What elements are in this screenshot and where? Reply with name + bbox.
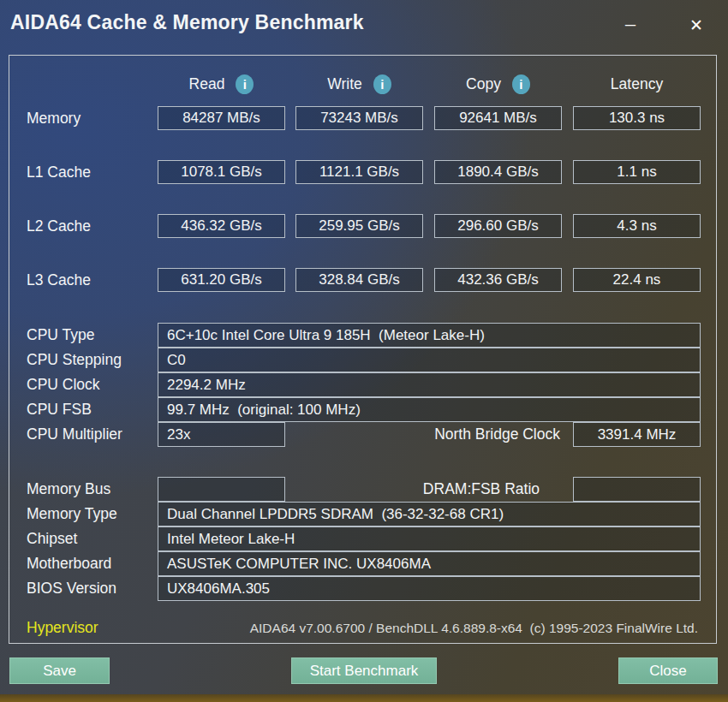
bios-version-value: UX8406MA.305	[158, 576, 701, 601]
north-bridge-clock-label: North Bridge Clock	[434, 422, 560, 447]
save-button[interactable]: Save	[9, 657, 110, 684]
cpu-clock-label: CPU Clock	[27, 372, 100, 397]
value-text: 1078.1 GB/s	[181, 164, 262, 181]
copy-header-label: Copy	[466, 75, 501, 93]
value-text: 2294.2 MHz	[167, 377, 246, 394]
cpu-fsb-label: CPU FSB	[27, 397, 92, 422]
memory-write-value: 73243 MB/s	[295, 106, 423, 130]
value-text: 22.4 ns	[613, 271, 661, 289]
minimize-button[interactable]: ─	[617, 12, 644, 38]
column-header-copy: Copy i	[434, 72, 562, 96]
memory-bus-label: Memory Bus	[27, 477, 110, 502]
value-text: 296.60 GB/s	[457, 217, 539, 235]
read-header-label: Read	[189, 75, 225, 93]
info-icon[interactable]: i	[373, 74, 391, 94]
cpu-type-value: 6C+10c Intel Core Ultra 9 185H (Meteor L…	[158, 323, 701, 348]
value-text: Intel Meteor Lake-H	[167, 531, 295, 548]
window-title: AIDA64 Cache & Memory Benchmark	[10, 11, 364, 34]
column-header-latency: Latency	[573, 72, 701, 96]
value-text: 130.3 ns	[609, 110, 665, 127]
value-text: 84287 MB/s	[182, 110, 260, 127]
memory-bus-value	[158, 477, 285, 502]
latency-header-label: Latency	[611, 75, 663, 93]
value-text: 6C+10c Intel Core Ultra 9 185H (Meteor L…	[167, 327, 485, 344]
dram-fsb-ratio-value	[573, 477, 701, 502]
l2-latency-value: 4.3 ns	[573, 214, 701, 238]
column-header-write: Write i	[295, 72, 423, 96]
value-text: ASUSTeK COMPUTER INC. UX8406MA	[167, 556, 431, 573]
value-text: 23x	[167, 426, 190, 443]
value-text: C0	[167, 352, 186, 369]
value-text: 259.95 GB/s	[319, 217, 400, 235]
l3-read-value: 631.20 GB/s	[158, 268, 285, 292]
minimize-icon: ─	[625, 18, 636, 33]
close-button[interactable]: Close	[618, 657, 718, 684]
value-text: 436.32 GB/s	[181, 217, 262, 235]
titlebar: AIDA64 Cache & Memory Benchmark ─ ✕	[0, 0, 728, 50]
memory-type-value: Dual Channel LPDDR5 SDRAM (36-32-32-68 C…	[158, 502, 701, 526]
cpu-multiplier-label: CPU Multiplier	[27, 422, 122, 447]
l2-read-value: 436.32 GB/s	[158, 214, 285, 238]
row-label-l1-cache: L1 Cache	[27, 160, 91, 185]
column-header-read: Read i	[158, 72, 285, 96]
titlebar-close-button[interactable]: ✕	[683, 12, 710, 38]
l1-copy-value: 1890.4 GB/s	[434, 160, 562, 184]
row-label-l3-cache: L3 Cache	[27, 268, 91, 293]
value-text: 1121.1 GB/s	[319, 164, 399, 181]
row-label-l2-cache: L2 Cache	[27, 214, 91, 239]
memory-latency-value: 130.3 ns	[573, 106, 701, 130]
value-text: 73243 MB/s	[320, 110, 398, 127]
start-benchmark-button[interactable]: Start Benchmark	[291, 657, 437, 684]
l2-write-value: 259.95 GB/s	[295, 214, 423, 238]
memory-type-label: Memory Type	[27, 502, 117, 526]
l3-copy-value: 432.36 GB/s	[434, 268, 562, 292]
motherboard-value: ASUSTeK COMPUTER INC. UX8406MA	[158, 551, 701, 576]
cpu-type-label: CPU Type	[27, 323, 94, 348]
l1-read-value: 1078.1 GB/s	[158, 160, 285, 184]
cpu-multiplier-value: 23x	[158, 422, 285, 447]
value-text: 328.84 GB/s	[319, 271, 400, 289]
l2-copy-value: 296.60 GB/s	[434, 214, 562, 238]
info-icon[interactable]: i	[512, 74, 530, 94]
motherboard-label: Motherboard	[27, 551, 111, 576]
chipset-value: Intel Meteor Lake-H	[158, 526, 701, 551]
version-text: AIDA64 v7.00.6700 / BenchDLL 4.6.889.8-x…	[250, 617, 698, 640]
l1-write-value: 1121.1 GB/s	[295, 160, 423, 184]
value-text: 3391.4 MHz	[598, 426, 677, 443]
bottom-accent-bar	[0, 694, 728, 702]
info-icon[interactable]: i	[236, 74, 254, 94]
dram-fsb-ratio-label: DRAM:FSB Ratio	[423, 477, 540, 502]
cpu-fsb-value: 99.7 MHz (original: 100 MHz)	[158, 397, 701, 422]
value-text: 92641 MB/s	[459, 110, 537, 127]
value-text: 4.3 ns	[617, 217, 656, 235]
memory-copy-value: 92641 MB/s	[434, 106, 562, 130]
aida64-benchmark-window: AIDA64 Cache & Memory Benchmark ─ ✕ Read…	[0, 0, 728, 702]
value-text: UX8406MA.305	[167, 580, 270, 598]
hypervisor-label: Hypervisor	[27, 616, 98, 639]
value-text: 1890.4 GB/s	[457, 164, 539, 181]
value-text: 1.1 ns	[617, 164, 656, 181]
row-label-memory: Memory	[27, 106, 81, 131]
l3-latency-value: 22.4 ns	[573, 268, 701, 292]
benchmark-panel: Read i Write i Copy i Latency Memory 842…	[9, 55, 717, 644]
memory-read-value: 84287 MB/s	[158, 106, 285, 130]
value-text: 99.7 MHz (original: 100 MHz)	[167, 402, 361, 419]
l3-write-value: 328.84 GB/s	[295, 268, 423, 292]
chipset-label: Chipset	[27, 526, 77, 551]
l1-latency-value: 1.1 ns	[573, 160, 701, 184]
cpu-stepping-value: C0	[158, 348, 701, 372]
write-header-label: Write	[327, 75, 362, 93]
value-text: 631.20 GB/s	[181, 271, 262, 289]
value-text: Dual Channel LPDDR5 SDRAM (36-32-32-68 C…	[167, 506, 504, 523]
cpu-clock-value: 2294.2 MHz	[158, 372, 701, 397]
north-bridge-clock-value: 3391.4 MHz	[573, 422, 701, 447]
value-text: 432.36 GB/s	[457, 271, 539, 289]
close-icon: ✕	[689, 17, 703, 33]
cpu-stepping-label: CPU Stepping	[27, 348, 122, 372]
bios-version-label: BIOS Version	[27, 576, 116, 601]
